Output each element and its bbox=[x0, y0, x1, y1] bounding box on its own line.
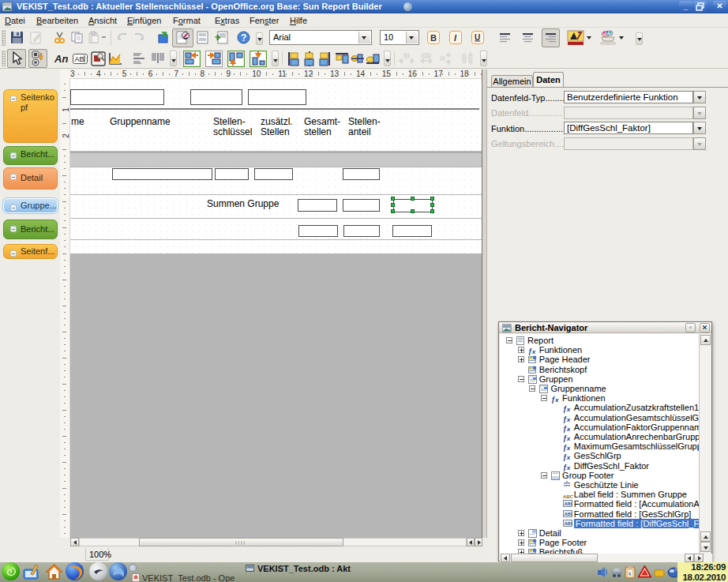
svg-text:k: k bbox=[629, 571, 632, 576]
svg-text:ABC: ABC bbox=[563, 501, 572, 506]
svg-text:1: 1 bbox=[62, 107, 70, 112]
svg-text:U: U bbox=[475, 33, 480, 42]
svg-text:2: 2 bbox=[62, 133, 70, 138]
svg-text:?: ? bbox=[241, 32, 246, 43]
svg-text:ABC: ABC bbox=[563, 511, 572, 516]
svg-text:AB: AB bbox=[75, 55, 84, 63]
svg-text:ABC: ABC bbox=[563, 520, 572, 525]
svg-text:B: B bbox=[430, 33, 437, 43]
